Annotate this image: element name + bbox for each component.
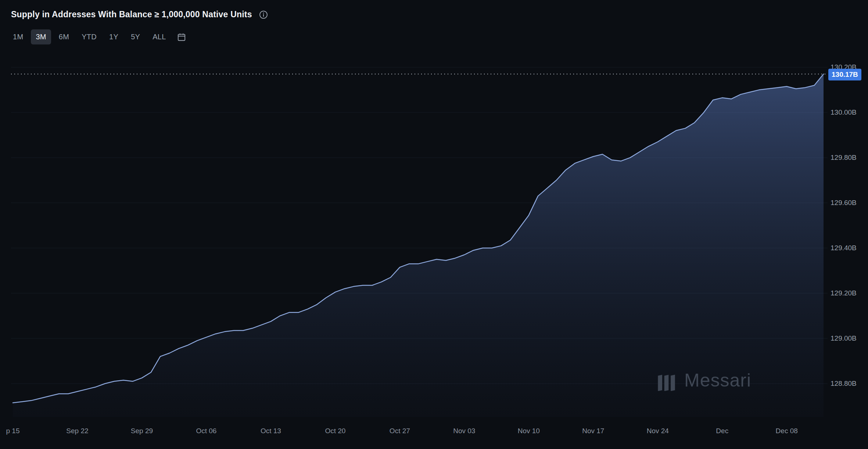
y-axis-label: 129.60B [831,199,865,207]
x-axis-label: Dec 08 [776,427,798,435]
x-axis-label: Nov 24 [647,427,669,435]
y-axis-label: 129.80B [831,154,865,162]
range-button-6m[interactable]: 6M [54,29,74,44]
calendar-icon [177,32,186,42]
y-axis-label: 129.00B [831,334,865,342]
calendar-button[interactable] [174,30,189,44]
x-axis-label: Dec [716,427,728,435]
y-axis-label: 128.80B [831,380,865,388]
x-axis-label: Oct 20 [325,427,345,435]
range-selector: 1M3M6MYTD1Y5YALL [8,29,189,44]
messari-wordmark: Messari [684,370,751,391]
x-axis-label: Oct 27 [390,427,410,435]
x-axis-label: Oct 06 [196,427,216,435]
current-value-badge: 130.17B [828,69,861,80]
range-button-all[interactable]: ALL [148,29,171,44]
x-axis-label: Nov 17 [582,427,604,435]
range-button-5y[interactable]: 5Y [126,29,145,44]
x-axis-label: Sep 29 [131,427,153,435]
x-axis-label: Oct 13 [261,427,281,435]
x-axis-label: Sep 22 [66,427,88,435]
range-button-1y[interactable]: 1Y [104,29,123,44]
x-axis-label: p 15 [6,427,20,435]
page-title: Supply in Addresses With Balance ≥ 1,000… [11,10,252,19]
x-axis-label: Nov 10 [518,427,540,435]
y-axis-label: 129.20B [831,289,865,297]
y-axis-label: 129.40B [831,244,865,252]
x-axis-label: Nov 03 [453,427,475,435]
info-icon-glyph [259,10,268,19]
chart-header: Supply in Addresses With Balance ≥ 1,000… [11,10,268,19]
messari-watermark: Messari [656,370,751,391]
messari-logo-icon [656,370,678,391]
info-icon[interactable] [259,10,268,19]
range-button-1m[interactable]: 1M [8,29,28,44]
range-buttons: 1M3M6MYTD1Y5YALL [8,29,171,44]
range-button-3m[interactable]: 3M [31,29,51,44]
y-axis-label: 130.00B [831,108,865,116]
area-fill [13,74,824,417]
range-button-ytd[interactable]: YTD [77,29,101,44]
